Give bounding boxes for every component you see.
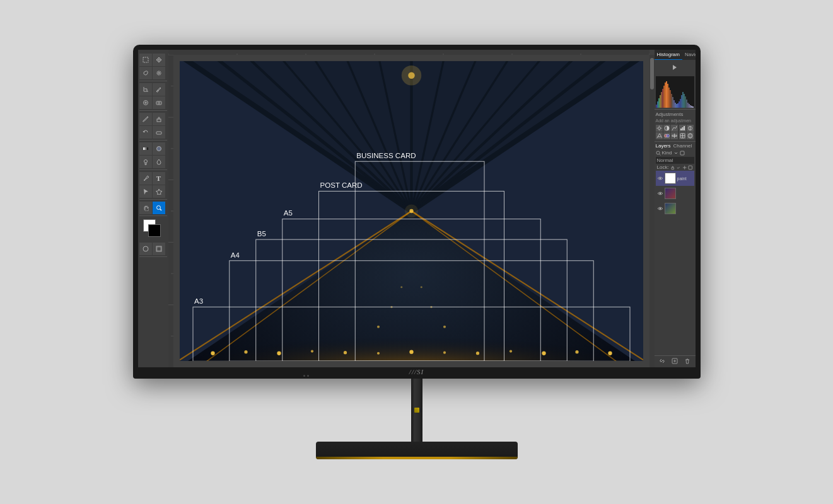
svg-point-145 bbox=[666, 134, 669, 137]
adj-hue[interactable] bbox=[671, 132, 678, 139]
svg-point-150 bbox=[656, 151, 660, 154]
adj-levels[interactable] bbox=[679, 125, 686, 132]
tab-histogram[interactable]: Histogram bbox=[655, 50, 682, 60]
scrollbar-vertical[interactable] bbox=[650, 55, 655, 367]
canvas-inner: A3 A4 B5 A5 POST CARD BUSINESS CARD bbox=[173, 55, 650, 367]
tab-channels[interactable]: Channel bbox=[673, 143, 692, 149]
path-select-tool[interactable] bbox=[139, 185, 152, 198]
panel-btn-add[interactable] bbox=[672, 358, 678, 365]
layer-kind-label: Kind bbox=[662, 150, 672, 156]
layer-item-2[interactable] bbox=[656, 186, 694, 201]
text-tool[interactable]: T bbox=[153, 172, 165, 185]
top-ruler bbox=[168, 50, 650, 55]
svg-point-70 bbox=[343, 351, 346, 354]
svg-point-74 bbox=[475, 352, 479, 355]
svg-line-151 bbox=[659, 154, 660, 155]
panel-btn-trash[interactable] bbox=[684, 358, 690, 365]
scrollbar-thumb-v[interactable] bbox=[650, 58, 654, 89]
layer-item-paint[interactable]: paint bbox=[656, 171, 694, 186]
svg-rect-127 bbox=[686, 100, 687, 108]
svg-point-68 bbox=[277, 352, 281, 355]
brush-tool[interactable] bbox=[139, 113, 152, 125]
history-brush-tool[interactable] bbox=[139, 126, 152, 139]
svg-rect-131 bbox=[691, 106, 692, 108]
svg-rect-4 bbox=[157, 119, 161, 122]
svg-point-9 bbox=[144, 180, 145, 181]
svg-point-7 bbox=[156, 147, 161, 151]
burn-tool[interactable] bbox=[153, 156, 165, 168]
blend-mode-row[interactable]: Normal bbox=[656, 157, 694, 164]
svg-point-76 bbox=[542, 352, 545, 355]
marquee-tool[interactable] bbox=[139, 54, 152, 66]
msi-logo-text: ///SI bbox=[409, 368, 424, 375]
crop-tool[interactable] bbox=[139, 83, 152, 96]
svg-rect-130 bbox=[690, 105, 691, 108]
color-swatches[interactable] bbox=[143, 219, 163, 237]
panel-btn-link[interactable] bbox=[659, 358, 665, 365]
magic-wand-tool[interactable] bbox=[153, 67, 165, 79]
svg-point-82 bbox=[443, 326, 445, 328]
adj-brightness[interactable] bbox=[656, 125, 663, 132]
quick-mask-tool[interactable] bbox=[139, 243, 152, 255]
monitor-stand-neck bbox=[411, 379, 422, 442]
svg-rect-105 bbox=[658, 98, 660, 108]
adj-saturation[interactable] bbox=[687, 125, 694, 132]
svg-point-66 bbox=[211, 352, 214, 355]
tab-navigator[interactable]: Navig bbox=[682, 50, 696, 60]
histogram-display bbox=[656, 76, 694, 108]
adj-color-balance[interactable] bbox=[663, 132, 670, 139]
layer-thumb-paint bbox=[665, 173, 676, 184]
hand-tool[interactable] bbox=[139, 202, 152, 214]
layer-thumb-3 bbox=[665, 203, 676, 214]
layer-eye-3[interactable] bbox=[657, 205, 663, 212]
patch-tool[interactable] bbox=[153, 96, 165, 109]
layer-item-3[interactable] bbox=[656, 201, 694, 216]
ps-right-panel: Histogram Navig bbox=[655, 50, 696, 367]
background-color[interactable] bbox=[148, 224, 161, 237]
heal-tool[interactable] bbox=[139, 96, 152, 109]
left-ruler bbox=[168, 55, 173, 367]
tab-layers[interactable]: Layers bbox=[656, 143, 671, 149]
adj-vibrance[interactable] bbox=[656, 132, 663, 139]
layer-eye-paint[interactable] bbox=[657, 175, 663, 181]
svg-rect-103 bbox=[656, 105, 657, 108]
screen-mode-tool[interactable] bbox=[153, 243, 165, 255]
svg-rect-141 bbox=[684, 126, 685, 130]
svg-rect-122 bbox=[680, 99, 681, 108]
play-button[interactable] bbox=[670, 62, 680, 72]
layers-section: Layers Channel Kind Normal Lock: bbox=[655, 141, 696, 217]
gradient-tool[interactable] bbox=[139, 142, 152, 155]
zoom-tool[interactable] bbox=[153, 202, 165, 214]
adj-channel-mixer[interactable] bbox=[687, 132, 694, 139]
move-tool[interactable] bbox=[153, 54, 165, 66]
monitor-bezel: T bbox=[133, 45, 701, 379]
eraser-tool[interactable] bbox=[153, 126, 165, 139]
svg-point-67 bbox=[244, 350, 247, 353]
dodge-tool[interactable] bbox=[139, 156, 152, 168]
svg-rect-111 bbox=[666, 81, 667, 108]
adjustment-buttons bbox=[656, 125, 694, 139]
svg-rect-118 bbox=[675, 103, 676, 108]
svg-rect-129 bbox=[689, 104, 690, 108]
layer-eye-2[interactable] bbox=[657, 190, 663, 197]
panel-top-tabs: Histogram Navig bbox=[655, 50, 696, 60]
svg-point-8 bbox=[144, 160, 147, 163]
eyedropper-tool[interactable] bbox=[153, 83, 165, 96]
lasso-tool[interactable] bbox=[139, 67, 152, 79]
stamp-tool[interactable] bbox=[153, 113, 165, 125]
pen-tool[interactable] bbox=[139, 172, 152, 185]
adj-contrast[interactable] bbox=[663, 125, 670, 132]
svg-text:A5: A5 bbox=[283, 209, 292, 217]
svg-rect-132 bbox=[692, 106, 694, 108]
svg-rect-124 bbox=[682, 92, 684, 108]
artwork-svg: A3 A4 B5 A5 POST CARD BUSINESS CARD bbox=[180, 61, 643, 361]
adj-photo-filter[interactable] bbox=[679, 132, 686, 139]
shape-tool[interactable] bbox=[153, 185, 165, 198]
svg-text:BUSINESS CARD: BUSINESS CARD bbox=[356, 152, 416, 159]
svg-rect-110 bbox=[665, 83, 666, 108]
blur-tool[interactable] bbox=[153, 142, 165, 155]
svg-rect-120 bbox=[677, 103, 679, 108]
adjustments-title: Adjustments bbox=[656, 112, 694, 117]
svg-point-86 bbox=[401, 66, 421, 86]
adj-curves[interactable] bbox=[671, 125, 678, 132]
